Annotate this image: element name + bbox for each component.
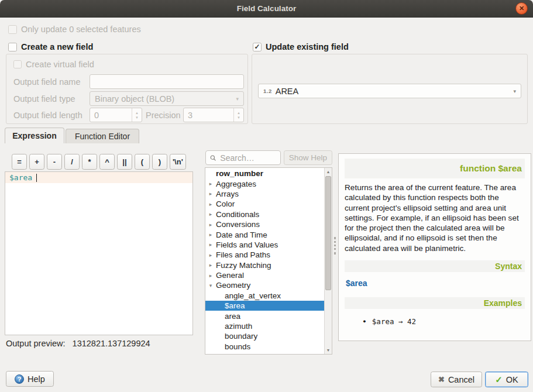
op-close-paren-button[interactable]: ) xyxy=(152,154,167,170)
help-button[interactable]: ? Help xyxy=(6,371,54,387)
tree-item-arrays[interactable]: ▸Arrays xyxy=(205,189,324,199)
field-name-row: Output field name xyxy=(13,74,80,89)
help-example-item: • $area → 42 xyxy=(362,317,525,326)
tree-item-row-number[interactable]: row_number xyxy=(205,169,324,178)
field-type-value: Binary object (BLOB) xyxy=(95,94,174,104)
operator-toolbar: = + - / * ^ || ( ) '\n' xyxy=(12,154,186,170)
tree-item-general[interactable]: ▸General xyxy=(205,270,324,280)
help-icon: ? xyxy=(15,374,24,384)
chevron-right-icon: ▸ xyxy=(205,191,216,197)
field-name-label: Output field name xyxy=(13,77,80,87)
tree-item-date-and-time[interactable]: ▸Date and Time xyxy=(205,229,324,239)
op-divide-button[interactable]: / xyxy=(64,154,80,170)
tree-scrollbar[interactable]: ▲ ▼ xyxy=(324,168,332,354)
checkmark-icon: ✓ xyxy=(254,43,260,50)
close-icon: ✕ xyxy=(519,5,524,12)
virtual-field-checkbox[interactable] xyxy=(13,60,22,68)
op-open-paren-button[interactable]: ( xyxy=(135,154,150,170)
tree-item-conversions[interactable]: ▸Conversions xyxy=(205,219,324,229)
help-description: Returns the area of the current feature.… xyxy=(345,183,525,253)
chevron-right-icon: ▸ xyxy=(205,201,216,207)
cancel-button[interactable]: ✖ Cancel xyxy=(431,372,482,387)
field-select[interactable]: 1.2 AREA ▾ xyxy=(258,84,521,98)
tree-item-boundary[interactable]: boundary xyxy=(205,331,324,341)
op-minus-button[interactable]: - xyxy=(47,154,62,170)
tree-item-fuzzy-matching[interactable]: ▸Fuzzy Matching xyxy=(205,260,324,270)
tree-item-area-variable[interactable]: $area xyxy=(205,301,324,311)
search-input[interactable] xyxy=(219,153,276,163)
text-cursor xyxy=(36,174,37,182)
chevron-down-icon: ▾ xyxy=(205,283,216,288)
field-type-label: Output field type xyxy=(13,94,75,104)
create-new-field-checkbox[interactable] xyxy=(8,43,17,51)
cancel-x-icon: ✖ xyxy=(438,375,445,384)
precision-spinner[interactable]: 3 ▲ ▼ xyxy=(183,108,244,122)
field-name-input[interactable] xyxy=(90,74,244,89)
chevron-right-icon: ▸ xyxy=(205,222,216,228)
update-existing-field-label: Update existing field xyxy=(266,42,349,51)
op-multiply-button[interactable]: * xyxy=(82,154,97,170)
precision-label: Precision xyxy=(146,111,181,120)
chevron-right-icon: ▸ xyxy=(205,242,216,247)
panel-splitter-handle[interactable] xyxy=(334,237,336,255)
spin-up-icon: ▲ xyxy=(237,111,240,115)
function-help-panel: function $area Returns the area of the c… xyxy=(338,153,531,341)
scroll-up-icon[interactable]: ▲ xyxy=(325,168,332,176)
virtual-field-row: Create virtual field xyxy=(13,60,94,69)
chevron-right-icon: ▸ xyxy=(205,181,216,187)
tree-item-azimuth[interactable]: azimuth xyxy=(205,321,324,331)
tab-function-editor[interactable]: Function Editor xyxy=(66,129,139,143)
output-preview-value: 1312821.137129924 xyxy=(73,339,150,348)
ok-check-icon: ✓ xyxy=(495,374,503,385)
only-update-checkbox[interactable] xyxy=(8,25,17,34)
decimal-field-icon: 1.2 xyxy=(263,88,272,94)
tab-expression[interactable]: Expression xyxy=(5,128,64,143)
chevron-right-icon: ▸ xyxy=(205,252,216,258)
ok-button[interactable]: ✓ OK xyxy=(485,372,528,387)
expression-current-line: $area xyxy=(5,172,192,183)
help-syntax-code: $area xyxy=(346,278,524,288)
field-type-select[interactable]: Binary object (BLOB) ▾ xyxy=(90,91,244,106)
op-plus-button[interactable]: + xyxy=(29,154,44,170)
tree-item-bounds[interactable]: bounds xyxy=(205,342,324,352)
tree-item-geometry[interactable]: ▾Geometry xyxy=(205,280,324,290)
op-newline-button[interactable]: '\n' xyxy=(170,154,186,170)
field-length-spinner[interactable]: 0 ▲ ▼ xyxy=(90,108,142,122)
tree-item-area[interactable]: area xyxy=(205,311,324,321)
chevron-right-icon: ▸ xyxy=(205,273,216,278)
create-new-field-label: Create a new field xyxy=(21,42,93,51)
tree-item-angle-at-vertex[interactable]: angle_at_vertex xyxy=(205,291,324,301)
bullet-icon: • xyxy=(362,317,367,326)
only-update-checkbox-row: Only update 0 selected features xyxy=(8,25,141,34)
op-concat-button[interactable]: || xyxy=(117,154,132,170)
tree-item-files-and-paths[interactable]: ▸Files and Paths xyxy=(205,250,324,260)
chevron-right-icon: ▸ xyxy=(205,211,216,217)
help-examples-header: Examples xyxy=(345,297,525,309)
show-help-button[interactable]: Show Help xyxy=(284,150,332,165)
scrollbar-thumb[interactable] xyxy=(325,176,331,290)
spin-down-icon: ▼ xyxy=(135,116,139,119)
op-equals-button[interactable]: = xyxy=(12,154,27,170)
spinner-arrows[interactable]: ▲ ▼ xyxy=(132,108,142,122)
op-power-button[interactable]: ^ xyxy=(99,154,115,170)
virtual-field-label: Create virtual field xyxy=(26,60,94,69)
titlebar[interactable]: Field Calculator ✕ xyxy=(0,0,533,18)
function-tree[interactable]: row_number ▸Aggregates ▸Arrays ▸Color ▸C… xyxy=(205,167,332,355)
update-existing-field-checkbox[interactable]: ✓ xyxy=(253,43,262,51)
spinner-arrows[interactable]: ▲ ▼ xyxy=(233,108,243,122)
chevron-right-icon: ▸ xyxy=(205,232,216,238)
field-select-value: AREA xyxy=(276,87,299,96)
tree-item-color[interactable]: ▸Color xyxy=(205,199,324,209)
update-existing-field-row: ✓ Update existing field xyxy=(253,42,349,51)
expression-editor[interactable]: $area xyxy=(5,171,193,335)
only-update-label: Only update 0 selected features xyxy=(21,25,141,34)
tree-item-conditionals[interactable]: ▸Conditionals xyxy=(205,209,324,219)
scroll-down-icon[interactable]: ▼ xyxy=(325,346,332,354)
precision-value: 3 xyxy=(184,108,233,122)
function-search[interactable] xyxy=(205,150,281,165)
tree-item-fields-and-values[interactable]: ▸Fields and Values xyxy=(205,240,324,250)
tree-item-aggregates[interactable]: ▸Aggregates xyxy=(205,178,324,188)
close-button[interactable]: ✕ xyxy=(515,2,528,15)
help-syntax-header: Syntax xyxy=(345,260,525,272)
chevron-down-icon: ▾ xyxy=(236,96,239,102)
